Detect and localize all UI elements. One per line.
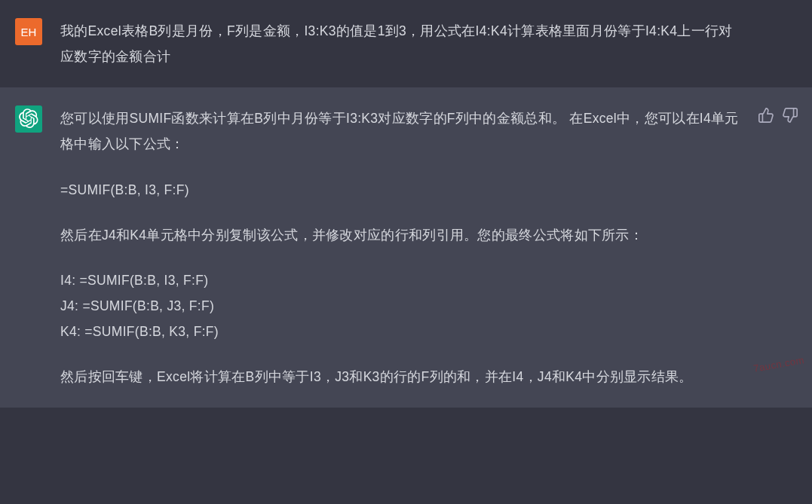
openai-logo-icon — [19, 108, 38, 130]
thumbs-down-icon — [782, 113, 798, 126]
user-message-row: EH 我的Excel表格B列是月份，F列是金额，I3:K3的值是1到3，用公式在… — [0, 0, 812, 87]
assistant-p4-l3: K4: =SUMIF(B:B, K3, F:F) — [60, 324, 219, 339]
assistant-avatar — [15, 105, 42, 133]
user-avatar: EH — [15, 18, 42, 45]
assistant-p3: 然后在J4和K4单元格中分别复制该公式，并修改对应的行和列引用。您的最终公式将如… — [60, 222, 744, 248]
thumbs-down-button[interactable] — [782, 107, 798, 124]
assistant-message-content: 您可以使用SUMIF函数来计算在B列中月份等于I3:K3对应数字的F列中的金额总… — [60, 105, 797, 389]
assistant-message-row: 您可以使用SUMIF函数来计算在B列中月份等于I3:K3对应数字的F列中的金额总… — [0, 87, 812, 408]
assistant-p4-l2: J4: =SUMIF(B:B, J3, F:F) — [60, 298, 214, 313]
assistant-p4-l1: I4: =SUMIF(B:B, I3, F:F) — [60, 273, 208, 288]
user-avatar-text: EH — [21, 26, 37, 38]
user-message-content: 我的Excel表格B列是月份，F列是金额，I3:K3的值是1到3，用公式在I4:… — [60, 18, 797, 69]
thumbs-up-icon — [758, 113, 774, 126]
assistant-p2: =SUMIF(B:B, I3, F:F) — [60, 177, 744, 203]
assistant-p1: 您可以使用SUMIF函数来计算在B列中月份等于I3:K3对应数字的F列中的金额总… — [60, 105, 744, 157]
assistant-p5: 然后按回车键，Excel将计算在B列中等于I3，J3和K3的行的F列的和，并在I… — [60, 364, 744, 389]
user-message-text: 我的Excel表格B列是月份，F列是金额，I3:K3的值是1到3，用公式在I4:… — [60, 18, 744, 69]
thumbs-up-button[interactable] — [758, 107, 774, 124]
feedback-controls — [758, 107, 798, 124]
assistant-p4: I4: =SUMIF(B:B, I3, F:F) J4: =SUMIF(B:B,… — [60, 267, 744, 344]
